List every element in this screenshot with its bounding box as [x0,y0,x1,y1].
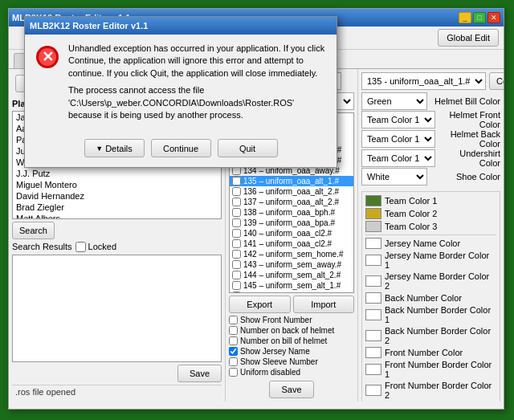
team-color-name: Team Color 2 [385,209,437,218]
uniform-item[interactable]: 135 – uniform_oaa_alt_1.# [230,176,353,186]
option-checkbox[interactable] [229,368,238,377]
checkbox-row[interactable]: Uniform disabled [229,368,354,377]
jersey-swatch[interactable] [365,385,381,396]
uniform-checkbox[interactable] [232,177,241,186]
uniform-item[interactable]: 143 – uniform_sem_away.# [230,259,353,270]
uniform-checkbox[interactable] [232,250,241,259]
uniform-item[interactable]: 138 – uniform_oaa_bph.# [230,207,353,218]
export-button[interactable]: Export [229,296,291,313]
checkbox-row[interactable]: Show Jersey Name [229,347,354,356]
jersey-color-item: Jersey Name Border Color 2 [365,271,496,291]
locked-checkbox[interactable] [75,242,86,252]
jersey-swatch[interactable] [365,275,381,287]
details-button[interactable]: ▼ Details [84,139,145,157]
checkbox-row[interactable]: Show Sleeve Number [229,357,354,366]
uniform-checkbox[interactable] [232,271,241,279]
jersey-color-item: Jersey Name Border Color 1 [365,251,496,270]
jersey-color-item: Jersey Name Color [365,238,496,249]
error-file-path: 'C:\Users\p_weber.CONCORDIA\Downloads\Ro… [68,98,294,120]
left-save-button[interactable]: Save [177,365,222,382]
uniform-item[interactable]: 141 – uniform_oaa_cl2.# [230,239,353,249]
copy-slot-button[interactable]: Copy slot [489,72,504,90]
quit-button[interactable]: Quit [218,139,278,157]
team-color-list: Team Color 1Team Color 2Team Color 3 [365,195,496,232]
jersey-color-item: Back Number Border Color 2 [365,326,496,345]
checkbox-row[interactable]: Show Front Number [229,316,354,324]
uniform-item[interactable]: 146 – uniform_sem_bph.# [230,291,353,293]
jersey-swatch[interactable] [365,330,381,341]
player-item[interactable]: Miguel Montero [13,179,221,190]
player-item[interactable]: David Hernandez [13,190,221,202]
option-checkbox[interactable] [229,347,238,356]
color-select[interactable]: Team Color 1 [361,111,435,128]
uniform-item[interactable]: 139 – uniform_oaa_bpa.# [230,218,353,228]
jersey-swatch[interactable] [365,347,381,358]
uniform-item[interactable]: 142 – uniform_sem_home.# [230,249,353,259]
uniform-checkbox[interactable] [232,229,241,238]
jersey-color-name: Jersey Name Border Color 2 [385,271,496,291]
right-panel: 135 - uniform_oaa_alt_1.# Copy slot Gree… [358,69,504,402]
jersey-swatch[interactable] [365,292,381,304]
jersey-swatch[interactable] [365,255,381,266]
checkbox-row[interactable]: Number on back of helmet [229,326,354,335]
player-item[interactable]: Matt Albers [13,213,221,219]
jersey-color-name: Back Number Color [385,293,462,303]
option-checkbox[interactable] [229,316,238,324]
uniform-checkbox[interactable] [232,198,241,206]
color-swatch[interactable] [365,208,381,219]
color-label: Helmet Bill Color [430,96,500,106]
slot-row: 135 - uniform_oaa_alt_1.# Copy slot [361,72,500,90]
jersey-color-name: Back Number Border Color 1 [385,305,496,324]
color-select[interactable]: White [361,168,427,186]
svg-text:✕: ✕ [42,49,54,65]
jersey-color-name: Front Number Border Color 2 [385,381,496,400]
option-checkbox[interactable] [229,326,238,335]
middle-save-button[interactable]: Save [269,381,313,398]
color-row: WhiteShoe Color [361,168,500,186]
jersey-swatch[interactable] [365,309,381,320]
close-button[interactable]: ✕ [487,12,500,23]
color-swatch[interactable] [365,195,381,206]
import-button[interactable]: Import [293,296,355,313]
uniform-item[interactable]: 145 – uniform_sem_alt_1.# [230,280,353,291]
player-item[interactable]: J.J. Putz [13,168,221,179]
uniform-item[interactable]: 136 – uniform_oaa_alt_2.# [230,186,353,197]
continue-button[interactable]: Continue [151,139,211,157]
search-row: Search [12,222,222,239]
uniform-checkbox[interactable] [232,208,241,217]
maximize-button[interactable]: □ [473,12,486,23]
color-row: GreenHelmet Bill Color [361,92,500,110]
uniform-checkbox[interactable] [232,281,241,290]
jersey-swatch[interactable] [365,364,381,375]
uniform-checkbox[interactable] [232,292,241,293]
color-rows: GreenHelmet Bill ColorTeam Color 1Helmet… [361,92,500,186]
locked-label[interactable]: Locked [75,242,116,252]
details-label: Details [105,144,133,153]
search-button[interactable]: Search [12,222,55,239]
checkbox-row[interactable]: Number on bill of helmet [229,336,354,345]
uniform-checkbox[interactable] [232,187,241,196]
jersey-swatch[interactable] [365,238,381,249]
error-dialog-buttons: ▼ Details Continue Quit [25,134,337,167]
minimize-button[interactable]: _ [459,12,471,23]
uniform-item[interactable]: 140 – uniform_oaa_cl2.# [230,228,353,239]
slot-dropdown[interactable]: 135 - uniform_oaa_alt_1.# [361,72,486,90]
color-swatch[interactable] [365,221,381,232]
search-results-list [12,255,222,363]
uniform-checkbox[interactable] [232,218,241,227]
color-select[interactable]: Team Color 1 [361,130,435,148]
color-label: Shoe Color [430,172,500,181]
color-select[interactable]: Team Color 1 [361,149,435,167]
player-item[interactable]: Brad Ziegler [13,202,221,213]
option-checkbox[interactable] [229,357,238,366]
uniform-item[interactable]: 144 – uniform_sem_alt_2.# [230,270,353,280]
global-edit-button[interactable]: Global Edit [438,29,499,47]
color-select[interactable]: Green [361,92,427,110]
checkboxes-area: Show Front NumberNumber on back of helme… [229,316,354,377]
error-message-2: The process cannot access the file 'C:\U… [68,84,327,121]
uniform-checkbox[interactable] [232,239,241,248]
option-checkbox[interactable] [229,336,238,345]
uniform-checkbox[interactable] [232,260,241,269]
team-color-item: Team Color 3 [365,221,496,232]
uniform-item[interactable]: 137 – uniform_oaa_alt_2.# [230,197,353,207]
